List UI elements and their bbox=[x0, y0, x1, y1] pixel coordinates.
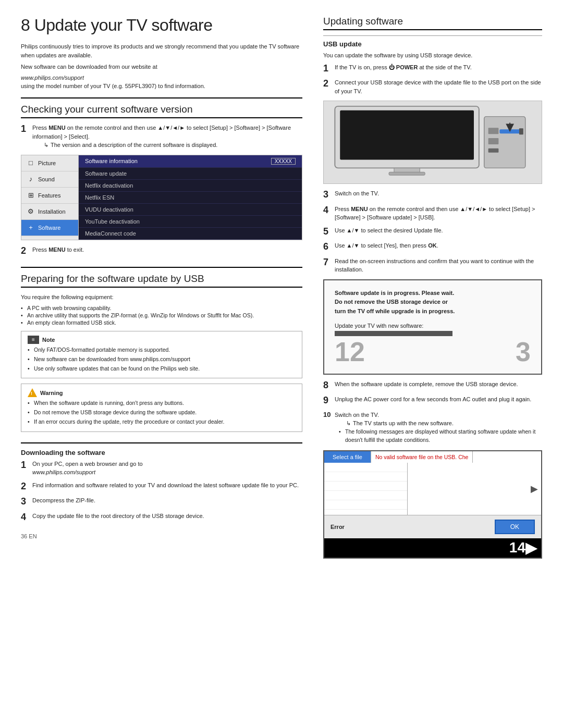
progress-bar-label: Update your TV with new software: bbox=[335, 323, 531, 329]
step1-note: The version and a description of the cur… bbox=[51, 141, 217, 150]
arrow-sym-1: ↳ bbox=[44, 141, 48, 150]
usb-step-num-7: 7 bbox=[323, 257, 331, 268]
file-list-item-2 bbox=[324, 482, 407, 491]
usb-step-num-1: 1 bbox=[323, 63, 331, 75]
file-list-item-4 bbox=[324, 500, 407, 510]
menu-label-sound: Sound bbox=[38, 176, 55, 182]
file-select-screen: Select a file No valid software file on … bbox=[323, 450, 542, 559]
file-select-tab1: Select a file bbox=[324, 451, 371, 463]
section-download: Downloading the software 1 On your PC, o… bbox=[21, 449, 302, 523]
svg-rect-1 bbox=[340, 110, 474, 160]
note-label: Note bbox=[42, 336, 55, 344]
usb-step5: Use ▲/▼ to select the desired Update fil… bbox=[335, 226, 443, 235]
intro-text1: Philips continuously tries to improve it… bbox=[21, 42, 302, 59]
dl-step1-text: On your PC, open a web browser and go to bbox=[32, 461, 143, 467]
file-list-item-1 bbox=[324, 472, 407, 482]
menu-item-software: + Software bbox=[21, 220, 78, 236]
page-title: 8 Update your TV software bbox=[21, 16, 302, 35]
file-select-tab2: No valid software file on the USB. Che bbox=[371, 451, 473, 463]
usb-step2: Connect your USB storage device with the… bbox=[335, 78, 542, 95]
dl-step-num-1: 1 bbox=[21, 460, 28, 471]
usb-step3: Switch on the TV. bbox=[335, 189, 379, 198]
warning-item-0: When the software update is running, don… bbox=[28, 399, 296, 408]
progress-screen: Software update is in progress. Please w… bbox=[323, 279, 542, 375]
menu-right-label-2: Netflix deactivation bbox=[85, 182, 133, 189]
file-select-content: ▶ bbox=[324, 463, 541, 515]
dl-step-num-3: 3 bbox=[21, 496, 28, 508]
usb-step-num-5: 5 bbox=[323, 226, 331, 238]
step1-text: Press MENU on the remote control and the… bbox=[32, 125, 291, 140]
usb-step-num-2: 2 bbox=[323, 78, 331, 90]
menu-mockup: □ Picture ♪ Sound ⊞ Features ⚙ Installat… bbox=[21, 155, 302, 240]
menu-right-netflix-deact: Netflix deactivation bbox=[79, 180, 302, 192]
progress-bar bbox=[335, 331, 452, 336]
features-icon: ⊞ bbox=[27, 191, 35, 200]
screen-bottom-num-value: 14 bbox=[509, 539, 525, 557]
intro-text2: New software can be downloaded from our … bbox=[21, 63, 302, 71]
warning-item-1: Do not remove the USB storage device dur… bbox=[28, 409, 296, 417]
dl-step3-text: Decompress the ZIP-file. bbox=[32, 496, 95, 505]
prepare-bullet-list: A PC with web browsing capability. An ar… bbox=[21, 305, 302, 326]
step-num-2: 2 bbox=[21, 245, 28, 257]
updating-software-heading: Updating software bbox=[323, 16, 542, 30]
dl-step-num-2: 2 bbox=[21, 481, 28, 492]
menu-label-software: Software bbox=[38, 225, 60, 231]
menu-right-label-5: YouTube deactivation bbox=[85, 218, 140, 225]
menu-right-label-3: Netflix ESN bbox=[85, 194, 114, 201]
warning-item-2: If an error occurs during the update, re… bbox=[28, 418, 296, 426]
tv-diagram bbox=[323, 101, 542, 184]
menu-right-label-1: Software update bbox=[85, 170, 127, 177]
file-list-item-3 bbox=[324, 491, 407, 500]
usb-step7: Read the on-screen instructions and conf… bbox=[335, 257, 542, 274]
note-item-0: Only FAT/DOS-formatted portable memory i… bbox=[28, 346, 296, 354]
right-column: Updating software USB update You can upd… bbox=[323, 16, 542, 564]
progress-line2: Do not remove the USB storage device or bbox=[335, 299, 448, 305]
screen-big-num-right: 3 bbox=[516, 338, 531, 365]
note-item-2: Use only software updates that can be fo… bbox=[28, 365, 296, 373]
section-check: Checking your current software version 1… bbox=[21, 104, 302, 256]
prepare-bullet-1: An archive utility that supports the ZIP… bbox=[21, 312, 302, 318]
usb-step-num-6: 6 bbox=[323, 241, 331, 253]
menu-item-features: ⊞ Features bbox=[21, 188, 78, 204]
warning-triangle-icon: ! bbox=[28, 388, 37, 397]
menu-right-netflix-esn: Netflix ESN bbox=[79, 192, 302, 204]
screen-big-num-left: 12 bbox=[335, 338, 365, 365]
progress-line1: Software update is in progress. Please w… bbox=[335, 290, 454, 296]
page-number: 36 EN bbox=[21, 533, 302, 539]
menu-right-label-4: VUDU deactivation bbox=[85, 206, 133, 213]
dl-step4-text: Copy the update file to the root directo… bbox=[32, 512, 204, 521]
section-check-heading: Checking your current software version bbox=[21, 104, 302, 118]
menu-right-software-info: Software information XXXXX bbox=[79, 155, 302, 168]
menu-right-panel: Software information XXXXX Software upda… bbox=[79, 155, 302, 240]
ok-button[interactable]: OK bbox=[495, 520, 535, 534]
note-list: Only FAT/DOS-formatted portable memory i… bbox=[28, 346, 296, 373]
file-content-area bbox=[408, 463, 528, 515]
menu-label-features: Features bbox=[38, 192, 60, 199]
menu-item-picture: □ Picture bbox=[21, 155, 78, 171]
menu-item-installation: ⚙ Installation bbox=[21, 204, 78, 220]
usb-step8: When the software update is complete, re… bbox=[335, 380, 518, 389]
usb-step1: If the TV is on, press ⏻ POWER at the si… bbox=[335, 63, 472, 72]
svg-rect-3 bbox=[389, 172, 425, 175]
file-select-footer: Error OK bbox=[324, 515, 541, 538]
error-label: Error bbox=[331, 524, 345, 530]
file-list bbox=[324, 463, 408, 515]
usb-step-num-4: 4 bbox=[323, 205, 331, 216]
menu-left-panel: □ Picture ♪ Sound ⊞ Features ⚙ Installat… bbox=[21, 155, 79, 240]
note-icon: ≡ bbox=[28, 336, 39, 344]
sound-icon: ♪ bbox=[27, 175, 35, 183]
usb-step9: Unplug the AC power cord for a few secon… bbox=[335, 395, 531, 404]
step2-text: Press MENU to exit. bbox=[32, 245, 84, 254]
usb-intro: You can update the software by using USB… bbox=[323, 51, 542, 60]
menu-right-label-0: Software information bbox=[85, 158, 138, 165]
usb-step10-note2: The following messages are displayed wit… bbox=[339, 428, 542, 445]
section-download-heading: Downloading the software bbox=[21, 449, 302, 456]
note-item-1: New software can be downloaded from www.… bbox=[28, 355, 296, 364]
usb-step10-note: The TV starts up with the new software. bbox=[353, 419, 454, 428]
section-prepare-heading: Preparing for the software update by USB bbox=[21, 273, 302, 288]
svg-rect-5 bbox=[488, 128, 499, 134]
progress-line3: turn the TV off while upgrade is in prog… bbox=[335, 308, 455, 314]
svg-rect-9 bbox=[519, 128, 523, 134]
menu-right-vudu-deact: VUDU deactivation bbox=[79, 204, 302, 216]
picture-icon: □ bbox=[27, 159, 35, 167]
